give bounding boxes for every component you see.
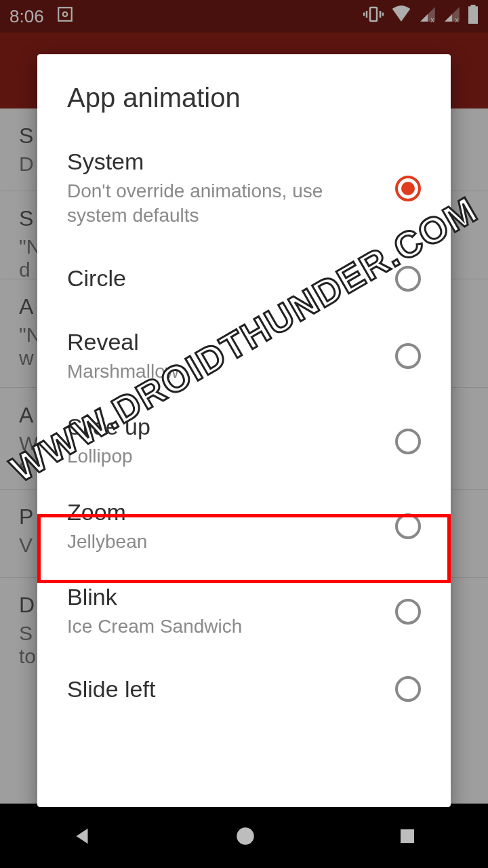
- radio-icon: [395, 513, 421, 539]
- option-system[interactable]: System Don't override animations, use sy…: [37, 134, 451, 243]
- option-slide-left[interactable]: Slide left: [37, 654, 451, 724]
- radio-icon: [395, 429, 421, 454]
- option-label: Blink: [67, 584, 382, 610]
- option-zoom[interactable]: Zoom Jellybean: [37, 484, 451, 569]
- option-sub: Don't override animations, use system de…: [67, 179, 382, 229]
- option-label: System: [67, 149, 382, 175]
- radio-icon: [395, 599, 421, 625]
- navigation-bar: [0, 807, 488, 868]
- option-sub: Jellybean: [67, 530, 382, 554]
- svg-rect-12: [401, 829, 414, 843]
- option-label: Zoom: [67, 499, 382, 526]
- dialog-title: App animation: [37, 83, 451, 134]
- nav-back-icon[interactable]: [70, 825, 94, 850]
- option-blink[interactable]: Blink Ice Cream Sandwich: [37, 569, 451, 654]
- nav-recent-icon[interactable]: [397, 826, 418, 849]
- svg-point-11: [237, 827, 254, 845]
- radio-icon: [395, 676, 421, 702]
- option-sub: Lollipop: [67, 444, 382, 469]
- option-label: Slide left: [67, 676, 382, 703]
- option-sub: Ice Cream Sandwich: [67, 614, 382, 639]
- radio-icon: [395, 343, 421, 369]
- radio-icon: [395, 176, 421, 201]
- nav-home-icon[interactable]: [234, 825, 257, 850]
